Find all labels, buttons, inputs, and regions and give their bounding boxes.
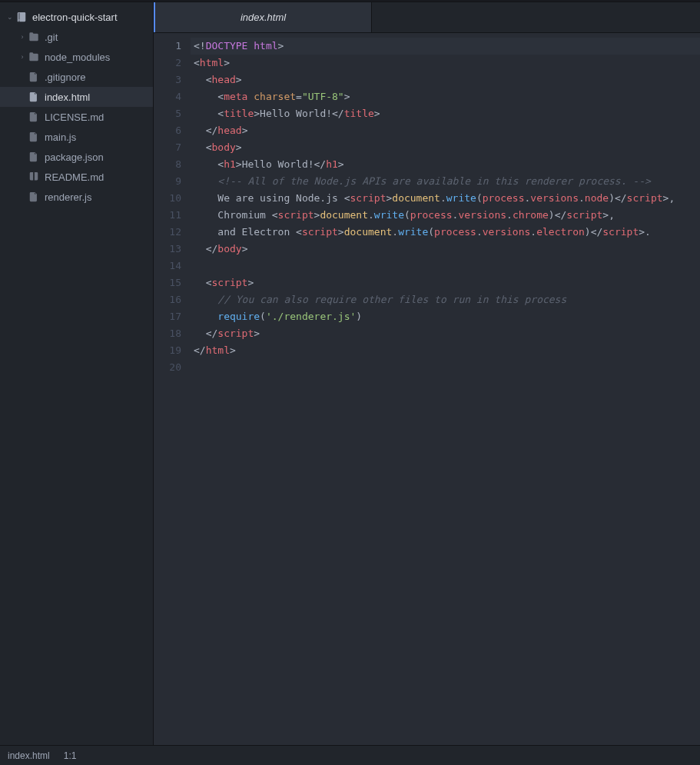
code-line[interactable]: We are using Node.js <script>document.wr… <box>191 190 700 207</box>
folder-icon <box>28 31 40 43</box>
line-number[interactable]: 1 <box>154 38 181 55</box>
line-number[interactable]: 20 <box>154 359 181 376</box>
code-line[interactable]: <script> <box>191 274 700 291</box>
line-number[interactable]: 7 <box>154 139 181 156</box>
line-number[interactable]: 17 <box>154 308 181 325</box>
tree-item--gitignore[interactable]: .gitignore <box>0 67 153 87</box>
line-number-gutter: 1234567891011121314151617181920 <box>154 33 187 745</box>
status-cursor-position[interactable]: 1:1 <box>64 750 77 761</box>
chevron-down-icon[interactable]: ⌄ <box>6 13 14 21</box>
tree-item-main-js[interactable]: main.js <box>0 127 153 147</box>
line-number[interactable]: 19 <box>154 342 181 359</box>
book-icon <box>28 171 40 183</box>
code-line[interactable]: <title>Hello World!</title> <box>191 105 700 122</box>
line-number[interactable]: 12 <box>154 224 181 241</box>
code-line[interactable]: <html> <box>191 55 700 72</box>
line-number[interactable]: 13 <box>154 241 181 258</box>
line-number[interactable]: 6 <box>154 122 181 139</box>
code-line[interactable]: <h1>Hello World!</h1> <box>191 156 700 173</box>
status-bar: index.html 1:1 <box>0 745 700 765</box>
tree-item-label: main.js <box>45 131 153 143</box>
tree-item-package-json[interactable]: package.json <box>0 147 153 167</box>
line-number[interactable]: 9 <box>154 173 181 190</box>
code-line[interactable]: <!DOCTYPE html> <box>191 38 700 55</box>
code-line[interactable]: </head> <box>191 122 700 139</box>
line-number[interactable]: 10 <box>154 190 181 207</box>
tree-item-label: package.json <box>45 151 153 163</box>
tree-root[interactable]: ⌄electron-quick-start <box>0 7 153 27</box>
file-tree-panel[interactable]: ⌄electron-quick-start›.git›node_modules.… <box>0 2 154 745</box>
line-number[interactable]: 18 <box>154 325 181 342</box>
code-content[interactable]: <!DOCTYPE html><html> <head> <meta chars… <box>187 33 700 745</box>
tree-item-label: .gitignore <box>45 72 153 83</box>
code-line[interactable]: Chromium <script>document.write(process.… <box>191 207 700 224</box>
tab-index-html[interactable]: index.html <box>154 2 372 32</box>
code-line[interactable]: </body> <box>191 241 700 258</box>
chevron-right-icon[interactable]: › <box>18 53 26 61</box>
tree-item-label: renderer.js <box>45 191 153 203</box>
code-line[interactable] <box>191 359 700 376</box>
tree-item-label: index.html <box>45 91 153 103</box>
file-icon <box>28 71 40 83</box>
editor-column: index.html 12345678910111213141516171819… <box>154 2 700 745</box>
code-line[interactable]: require('./renderer.js') <box>191 308 700 325</box>
tree-item-renderer-js[interactable]: renderer.js <box>0 187 153 207</box>
code-editor[interactable]: 1234567891011121314151617181920 <!DOCTYP… <box>154 33 700 745</box>
tree-item-label: LICENSE.md <box>45 111 153 123</box>
tree-item--git[interactable]: ›.git <box>0 27 153 47</box>
code-line[interactable] <box>191 258 700 274</box>
tree-item-node-modules[interactable]: ›node_modules <box>0 47 153 67</box>
repo-icon <box>15 11 28 23</box>
file-icon <box>28 91 40 103</box>
code-line[interactable]: <meta charset="UTF-8"> <box>191 88 700 105</box>
line-number[interactable]: 8 <box>154 156 181 173</box>
line-number[interactable]: 16 <box>154 291 181 308</box>
tree-item-label: README.md <box>45 171 153 183</box>
file-icon <box>28 151 40 163</box>
code-line[interactable]: // You can also require other files to r… <box>191 291 700 308</box>
tab-label: index.html <box>241 12 286 23</box>
file-icon <box>28 111 40 123</box>
line-number[interactable]: 15 <box>154 274 181 291</box>
code-line[interactable]: <!-- All of the Node.js APIs are availab… <box>191 173 700 190</box>
tree-item-label: electron-quick-start <box>32 12 153 23</box>
line-number[interactable]: 4 <box>154 88 181 105</box>
code-line[interactable]: </html> <box>191 342 700 359</box>
line-number[interactable]: 11 <box>154 207 181 224</box>
folder-icon <box>28 51 40 63</box>
code-line[interactable]: and Electron <script>document.write(proc… <box>191 224 700 241</box>
main-split: ⌄electron-quick-start›.git›node_modules.… <box>0 2 700 745</box>
tab-bar[interactable]: index.html <box>154 2 700 33</box>
status-file-name[interactable]: index.html <box>8 750 50 761</box>
code-line[interactable]: </script> <box>191 325 700 342</box>
code-line[interactable]: <head> <box>191 72 700 88</box>
tree-item-label: node_modules <box>45 52 153 63</box>
tree-item-label: .git <box>45 32 153 43</box>
line-number[interactable]: 14 <box>154 258 181 274</box>
line-number[interactable]: 3 <box>154 72 181 88</box>
chevron-right-icon[interactable]: › <box>18 33 26 41</box>
line-number[interactable]: 5 <box>154 105 181 122</box>
code-line[interactable]: <body> <box>191 139 700 156</box>
tree-item-README-md[interactable]: README.md <box>0 167 153 187</box>
line-number[interactable]: 2 <box>154 55 181 72</box>
file-icon <box>28 191 40 203</box>
tree-item-index-html[interactable]: index.html <box>0 87 153 107</box>
file-icon <box>28 131 40 143</box>
tree-item-LICENSE-md[interactable]: LICENSE.md <box>0 107 153 127</box>
